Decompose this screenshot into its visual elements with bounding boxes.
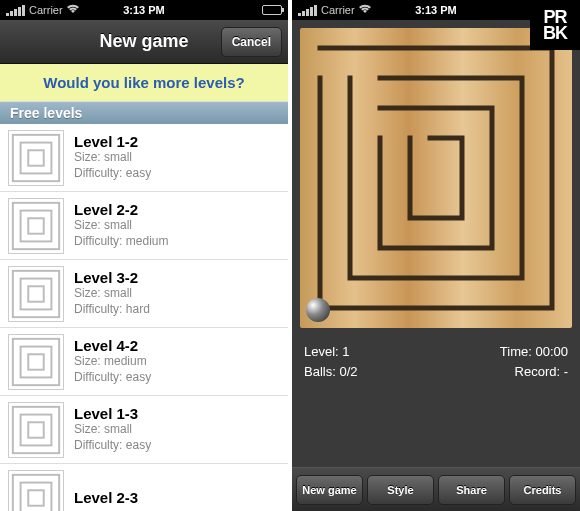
status-bar: Carrier 3:13 PM [0,0,288,20]
svg-rect-4 [21,210,52,241]
level-difficulty: Difficulty: easy [74,166,151,182]
level-title: Level 4-2 [74,337,151,354]
stat-balls: Balls: 0/2 [304,362,357,382]
status-time: 3:13 PM [415,4,457,16]
level-title: Level 1-3 [74,405,151,422]
svg-rect-17 [28,490,43,505]
svg-rect-1 [21,142,52,173]
level-thumb-icon [8,470,64,512]
svg-rect-5 [28,218,43,233]
stat-record: Record: - [500,362,568,382]
level-difficulty: Difficulty: easy [74,438,151,454]
list-item[interactable]: Level 1-3 Size: small Difficulty: easy [0,396,288,464]
level-difficulty: Difficulty: hard [74,302,150,318]
level-size: Size: small [74,150,151,166]
page-title: New game [99,31,188,52]
svg-rect-8 [28,286,43,301]
svg-rect-2 [28,150,43,165]
list-item[interactable]: Level 4-2 Size: medium Difficulty: easy [0,328,288,396]
promo-banner[interactable]: Would you like more levels? [0,64,288,102]
level-title: Level 2-3 [74,489,138,506]
signal-icon [6,5,25,16]
svg-rect-11 [28,354,43,369]
credits-button[interactable]: Credits [509,475,576,505]
section-header: Free levels [0,102,288,124]
status-time: 3:13 PM [123,4,165,16]
carrier-label: Carrier [321,4,355,16]
level-title: Level 1-2 [74,133,151,150]
toolbar: New game Style Share Credits [292,467,580,511]
stat-time: Time: 00:00 [500,342,568,362]
ball-icon [306,298,330,322]
level-list[interactable]: Level 1-2 Size: small Difficulty: easy L… [0,124,288,511]
phone-left: Carrier 3:13 PM New game Cancel Would yo… [0,0,288,511]
battery-icon [262,5,282,15]
level-difficulty: Difficulty: easy [74,370,151,386]
maze-board[interactable] [300,28,572,328]
level-title: Level 3-2 [74,269,150,286]
svg-rect-16 [21,482,52,511]
watermark: PR BK [530,0,580,50]
level-thumb-icon [8,334,64,390]
level-thumb-icon [8,266,64,322]
share-button[interactable]: Share [438,475,505,505]
phone-right: Carrier 3:13 PM [292,0,580,511]
level-thumb-icon [8,130,64,186]
level-size: Size: medium [74,354,151,370]
signal-icon [298,5,317,16]
list-item[interactable]: Level 2-3 [0,464,288,511]
svg-rect-13 [21,414,52,445]
list-item[interactable]: Level 1-2 Size: small Difficulty: easy [0,124,288,192]
list-item[interactable]: Level 2-2 Size: small Difficulty: medium [0,192,288,260]
svg-rect-10 [21,346,52,377]
svg-rect-14 [28,422,43,437]
level-size: Size: small [74,422,151,438]
level-size: Size: small [74,286,150,302]
level-difficulty: Difficulty: medium [74,234,168,250]
cancel-button[interactable]: Cancel [221,27,282,57]
nav-bar: New game Cancel [0,20,288,64]
style-button[interactable]: Style [367,475,434,505]
level-thumb-icon [8,198,64,254]
stat-level: Level: 1 [304,342,357,362]
carrier-label: Carrier [29,4,63,16]
game-area: Level: 1 Balls: 0/2 Time: 00:00 Record: … [292,20,580,511]
level-thumb-icon [8,402,64,458]
newgame-button[interactable]: New game [296,475,363,505]
list-item[interactable]: Level 3-2 Size: small Difficulty: hard [0,260,288,328]
game-stats: Level: 1 Balls: 0/2 Time: 00:00 Record: … [292,336,580,393]
level-size: Size: small [74,218,168,234]
level-title: Level 2-2 [74,201,168,218]
wifi-icon [359,4,371,16]
wifi-icon [67,4,79,16]
svg-rect-7 [21,278,52,309]
